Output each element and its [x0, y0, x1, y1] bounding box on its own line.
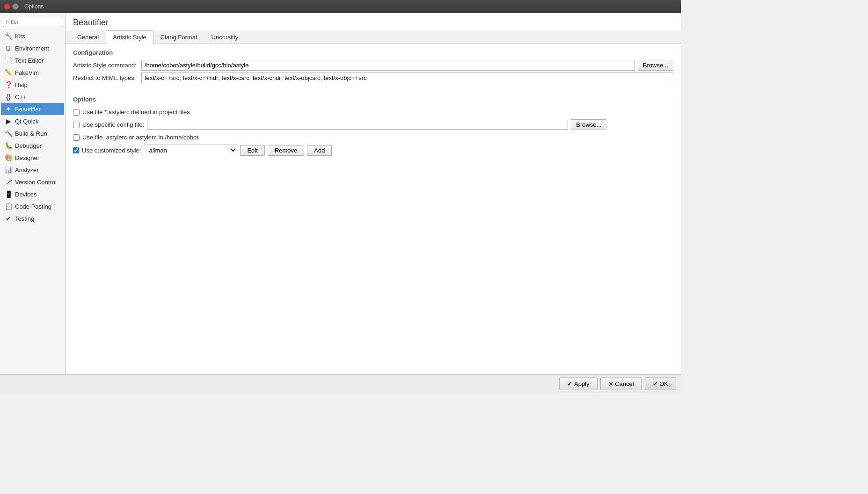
panel-title: Beautifier: [66, 13, 681, 30]
options-section: Use file *.astylerc defined in project f…: [73, 107, 673, 158]
apply-button[interactable]: ✔ Apply: [559, 378, 598, 390]
ok-label: ✔ OK: [653, 380, 668, 387]
mime-types-label: Restrict to MIME types:: [73, 74, 139, 81]
sidebar: 🔧 Kits 🖥 Environment 📄 Text Editor ✏️ Fa…: [0, 13, 66, 374]
apply-icon: ✔: [567, 380, 572, 387]
version-control-icon: ⎇: [5, 178, 12, 186]
option-row-4: Use customized style: allman java kr str…: [73, 143, 673, 158]
option1-checkbox[interactable]: [73, 109, 80, 116]
edit-button[interactable]: Edit: [240, 145, 264, 156]
sidebar-item-build-run[interactable]: 🔨 Build & Run: [1, 127, 64, 139]
sidebar-label-fakevim: FakeVim: [15, 69, 39, 76]
config-section-title: Configuration: [73, 49, 673, 56]
astyle-command-input[interactable]: [141, 60, 635, 71]
option3-label[interactable]: Use file .astylerc or astylerc in /home/…: [82, 134, 198, 141]
sidebar-item-version-control[interactable]: ⎇ Version Control: [1, 176, 64, 188]
environment-icon: 🖥: [5, 44, 12, 52]
add-button[interactable]: Add: [307, 145, 332, 156]
sidebar-label-kits: Kits: [15, 33, 25, 40]
apply-label: Apply: [574, 380, 590, 387]
sidebar-item-beautifier[interactable]: ✦ Beautifier: [1, 103, 64, 115]
sidebar-label-text-editor: Text Editor: [15, 57, 44, 64]
sidebar-item-analyzer[interactable]: 📊 Analyzer: [1, 164, 64, 176]
tab-uncrustify[interactable]: Uncrustify: [204, 30, 246, 44]
sidebar-item-text-editor[interactable]: 📄 Text Editor: [1, 54, 64, 66]
code-pasting-icon: 📋: [5, 203, 12, 210]
filter-input[interactable]: [3, 17, 62, 27]
sidebar-item-debugger[interactable]: 🐛 Debugger: [1, 139, 64, 152]
option2-browse-button[interactable]: Browse...: [571, 119, 606, 130]
sidebar-label-code-pasting: Code Pasting: [15, 203, 51, 210]
sidebar-item-environment[interactable]: 🖥 Environment: [1, 42, 64, 54]
main-window: 🔧 Kits 🖥 Environment 📄 Text Editor ✏️ Fa…: [0, 13, 681, 393]
sidebar-label-environment: Environment: [15, 45, 49, 52]
cancel-label: ✕ Cancel: [608, 380, 634, 387]
sidebar-item-qt-quick[interactable]: ▶ Qt Quick: [1, 115, 64, 127]
cpp-icon: {}: [5, 93, 12, 101]
designer-icon: 🎨: [5, 154, 12, 161]
option3-checkbox[interactable]: [73, 134, 80, 141]
sidebar-label-testing: Testing: [15, 215, 34, 222]
sidebar-item-help[interactable]: ❓ Help: [1, 79, 64, 91]
beautifier-icon: ✦: [5, 105, 12, 113]
option2-checkbox[interactable]: [73, 122, 80, 128]
qt-quick-icon: ▶: [5, 117, 12, 125]
sidebar-label-version-control: Version Control: [15, 179, 57, 186]
help-icon: ❓: [5, 81, 12, 88]
option2-label[interactable]: Use specific config file:: [82, 121, 144, 128]
build-run-icon: 🔨: [5, 130, 12, 137]
close-button[interactable]: [4, 3, 10, 10]
astyle-command-label: Artistic Style command:: [73, 62, 139, 69]
option4-checkbox[interactable]: [73, 147, 79, 153]
bottom-bar: ✔ Apply ✕ Cancel ✔ OK: [0, 374, 681, 393]
sidebar-item-testing[interactable]: ✔ Testing: [1, 212, 64, 225]
testing-icon: ✔: [5, 215, 12, 222]
panel-content: Configuration Artistic Style command: Br…: [66, 44, 681, 374]
sidebar-label-cpp: C++: [15, 94, 27, 101]
option2-input[interactable]: [147, 120, 568, 130]
options-section-title: Options: [73, 96, 673, 103]
sidebar-label-help: Help: [15, 81, 28, 88]
sidebar-label-designer: Designer: [15, 154, 39, 161]
sidebar-item-designer[interactable]: 🎨 Designer: [1, 152, 64, 164]
section-divider: [73, 91, 673, 91]
sidebar-label-analyzer: Analyzer: [15, 167, 39, 174]
debugger-icon: 🐛: [5, 142, 12, 149]
sidebar-label-devices: Devices: [15, 191, 36, 198]
option4-label[interactable]: Use customized style:: [82, 147, 141, 154]
text-editor-icon: 📄: [5, 57, 12, 64]
tab-artistic-style[interactable]: Artistic Style: [106, 30, 153, 44]
sidebar-item-code-pasting[interactable]: 📋 Code Pasting: [1, 200, 64, 212]
tab-general[interactable]: General: [70, 30, 106, 44]
minimize-button[interactable]: [12, 3, 19, 10]
option-row-1: Use file *.astylerc defined in project f…: [73, 107, 673, 117]
mime-types-input[interactable]: [141, 73, 673, 83]
analyzer-icon: 📊: [5, 166, 12, 174]
sidebar-item-cpp[interactable]: {} C++: [1, 91, 64, 103]
devices-icon: 📱: [5, 190, 12, 198]
fakevim-icon: ✏️: [5, 69, 12, 76]
config-grid: Artistic Style command: Browse... Restri…: [73, 60, 673, 83]
title-bar: Options: [0, 0, 681, 13]
sidebar-item-kits[interactable]: 🔧 Kits: [1, 30, 64, 42]
style-select[interactable]: allman java kr stroustrup whitesmith gnu…: [144, 145, 237, 156]
astyle-browse-button[interactable]: Browse...: [638, 60, 673, 71]
window-title: Options: [24, 3, 44, 10]
cancel-button[interactable]: ✕ Cancel: [600, 378, 642, 390]
sidebar-label-beautifier: Beautifier: [15, 106, 41, 113]
remove-button[interactable]: Remove: [268, 145, 304, 156]
tab-clang-format[interactable]: Clang Format: [153, 30, 204, 44]
tab-bar: General Artistic Style Clang Format Uncr…: [66, 30, 681, 44]
sidebar-label-qt-quick: Qt Quick: [15, 118, 39, 125]
sidebar-label-build-run: Build & Run: [15, 130, 47, 137]
kits-icon: 🔧: [5, 32, 12, 40]
option1-label[interactable]: Use file *.astylerc defined in project f…: [82, 109, 190, 116]
sidebar-label-debugger: Debugger: [15, 142, 42, 149]
content-area: 🔧 Kits 🖥 Environment 📄 Text Editor ✏️ Fa…: [0, 13, 681, 374]
sidebar-item-fakevim[interactable]: ✏️ FakeVim: [1, 66, 64, 79]
ok-button[interactable]: ✔ OK: [645, 378, 676, 390]
option-row-3: Use file .astylerc or astylerc in /home/…: [73, 132, 673, 143]
sidebar-item-devices[interactable]: 📱 Devices: [1, 188, 64, 200]
right-panel: Beautifier General Artistic Style Clang …: [66, 13, 681, 374]
option-row-2: Use specific config file: Browse...: [73, 117, 673, 132]
